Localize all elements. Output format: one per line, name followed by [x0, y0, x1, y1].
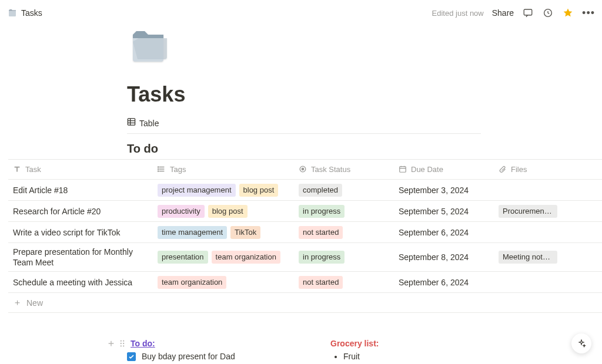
status-cell[interactable]: not started [294, 225, 394, 240]
plus-icon: ＋ [13, 297, 22, 308]
tags-cell[interactable]: project managementblog post [153, 183, 294, 198]
grocery-heading[interactable]: Grocery list: [330, 339, 483, 348]
todo-item-label: Buy bday present for Dad [142, 352, 235, 361]
column-header-status[interactable]: Task Status [294, 165, 394, 174]
files-cell[interactable]: Procurement R... [494, 204, 594, 219]
todo-block: To do: Buy bday present for DadGrocery s… [107, 339, 295, 364]
due-date-cell[interactable]: September 5, 2024 [394, 205, 494, 217]
due-date-cell[interactable]: September 6, 2024 [394, 227, 494, 238]
add-row-button[interactable]: ＋ New [8, 293, 602, 313]
tag-chip: project management [158, 184, 236, 197]
column-header-label: Tags [170, 165, 186, 174]
file-chip[interactable]: Meeting notes.... [499, 251, 557, 264]
share-button[interactable]: Share [492, 8, 514, 18]
svg-point-14 [123, 346, 124, 347]
add-row-label: New [26, 298, 43, 308]
multiselect-property-icon [158, 165, 166, 174]
view-tabs: Table [127, 117, 481, 134]
column-header-task[interactable]: Task [8, 165, 153, 174]
tag-chip: team organization [212, 251, 280, 264]
tag-chip: blog post [208, 205, 248, 218]
svg-rect-0 [524, 9, 532, 15]
status-cell[interactable]: in progress [294, 204, 394, 219]
svg-point-5 [158, 171, 158, 171]
table-header-row: Task Tags Task Status Due Date Files [8, 160, 602, 180]
status-chip: in progress [299, 251, 345, 264]
tag-chip: time management [158, 226, 227, 239]
svg-point-11 [121, 343, 122, 344]
table-row[interactable]: Edit Article #18project managementblog p… [8, 180, 602, 201]
tags-cell[interactable]: productivityblog post [153, 204, 294, 219]
table-row[interactable]: Write a video script for TikToktime mana… [8, 222, 602, 243]
favorite-star-icon[interactable] [562, 7, 574, 19]
column-header-label: Task Status [311, 165, 350, 174]
tags-cell[interactable]: team organization [153, 275, 294, 290]
text-property-icon [13, 165, 22, 174]
topbar: Tasks Edited just now Share ••• [0, 0, 602, 26]
table-row[interactable]: Prepare presentation for Monthly Team Me… [8, 243, 602, 272]
column-header-due[interactable]: Due Date [394, 165, 494, 174]
svg-rect-8 [400, 167, 406, 173]
due-date-cell[interactable]: September 8, 2024 [394, 251, 494, 263]
files-cell[interactable]: Meeting notes.... [494, 250, 594, 265]
file-chip[interactable]: Procurement R... [499, 205, 557, 218]
status-cell[interactable]: in progress [294, 250, 394, 265]
svg-rect-2 [128, 119, 135, 125]
files-cell[interactable] [494, 189, 594, 191]
column-header-label: Task [25, 165, 41, 174]
tags-cell[interactable]: presentationteam organization [153, 250, 294, 265]
grocery-list: FruitYogurtBreadCoffee, tea [330, 352, 483, 364]
group-heading-todo: To do [0, 142, 602, 156]
files-cell[interactable] [494, 231, 594, 234]
tag-chip: presentation [158, 251, 208, 264]
checkbox[interactable] [127, 352, 136, 361]
column-header-files[interactable]: Files [494, 165, 594, 174]
ai-assist-button[interactable] [571, 333, 591, 353]
status-cell[interactable]: completed [294, 183, 394, 198]
status-chip: completed [299, 184, 342, 197]
status-chip: not started [299, 276, 343, 289]
date-property-icon [399, 165, 407, 174]
table-row[interactable]: Research for Article #20productivityblog… [8, 201, 602, 222]
task-name-cell[interactable]: Write a video script for TikTok [8, 227, 153, 238]
column-header-label: Due Date [411, 165, 443, 174]
svg-point-13 [121, 346, 122, 347]
edited-indicator: Edited just now [432, 9, 484, 18]
drag-handle-icon[interactable] [119, 339, 127, 348]
status-cell[interactable]: not started [294, 275, 394, 290]
svg-point-12 [123, 343, 124, 344]
tag-chip: team organization [158, 276, 226, 289]
task-name-cell[interactable]: Research for Article #20 [8, 205, 153, 217]
view-tab-table[interactable]: Table [139, 119, 159, 128]
comments-icon[interactable] [522, 7, 534, 19]
table-view-icon [127, 117, 136, 129]
files-cell[interactable] [494, 281, 594, 284]
status-chip: not started [299, 226, 343, 239]
tags-cell[interactable]: time managementTikTok [153, 225, 294, 240]
status-property-icon [299, 165, 307, 174]
breadcrumb-title: Tasks [21, 8, 42, 18]
page-title[interactable]: Tasks [127, 82, 602, 107]
todo-heading[interactable]: To do: [131, 339, 155, 348]
page-folder-icon [7, 8, 18, 18]
table-row[interactable]: Schedule a meeting with Jessicateam orga… [8, 272, 602, 293]
task-name-cell[interactable]: Schedule a meeting with Jessica [8, 277, 153, 288]
task-name-cell[interactable]: Edit Article #18 [8, 184, 153, 196]
grocery-block: Grocery list: FruitYogurtBreadCoffee, te… [330, 339, 483, 364]
due-date-cell[interactable]: September 3, 2024 [394, 184, 494, 196]
breadcrumb[interactable]: Tasks [7, 8, 42, 18]
task-name-cell[interactable]: Prepare presentation for Monthly Team Me… [8, 245, 153, 269]
svg-point-9 [121, 341, 122, 342]
updates-clock-icon[interactable] [542, 7, 554, 19]
column-header-tags[interactable]: Tags [153, 165, 294, 174]
more-menu-icon[interactable]: ••• [582, 7, 595, 19]
list-item[interactable]: Fruit [343, 352, 483, 361]
files-property-icon [499, 165, 507, 174]
due-date-cell[interactable]: September 6, 2024 [394, 277, 494, 288]
add-block-icon[interactable] [107, 339, 115, 348]
svg-point-4 [158, 168, 158, 169]
page-icon[interactable] [127, 26, 169, 68]
column-header-label: Files [511, 165, 527, 174]
tasks-table: Task Tags Task Status Due Date Files Edi… [8, 159, 602, 313]
todo-item[interactable]: Buy bday present for Dad [127, 352, 295, 361]
